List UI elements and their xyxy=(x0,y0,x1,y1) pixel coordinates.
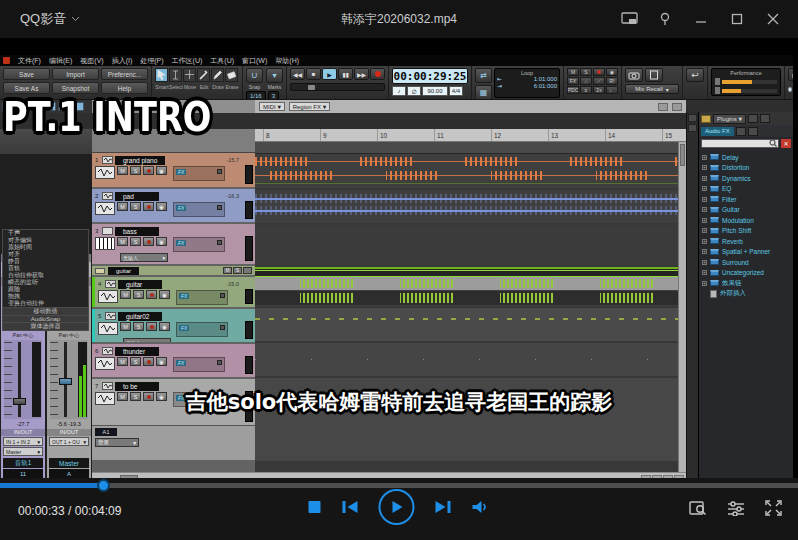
echo-button[interactable]: ◉ xyxy=(156,202,167,211)
marks-icon[interactable]: ▾ xyxy=(266,68,283,83)
waveform-icon[interactable] xyxy=(98,322,118,335)
context-menu-item[interactable]: 静音 xyxy=(3,258,88,265)
minimize-icon[interactable] xyxy=(690,8,712,30)
browser-view-icon[interactable] xyxy=(736,127,746,136)
echo-button[interactable]: ◉ xyxy=(159,322,170,331)
arm-button[interactable] xyxy=(143,166,154,175)
erase-tool-icon[interactable] xyxy=(225,68,238,82)
track-fx-bin[interactable]: FX xyxy=(176,290,228,305)
mix-met-button[interactable]: ♩ xyxy=(606,86,618,94)
context-menu-footer-item[interactable]: 移动数值 xyxy=(3,307,88,315)
mini-window-icon[interactable] xyxy=(618,8,640,30)
clear-search-icon[interactable]: ✕ xyxy=(781,139,791,148)
loop-end[interactable]: 6:01:000 xyxy=(534,83,557,90)
file-button[interactable]: Save xyxy=(3,68,50,80)
region-fx-dropdown[interactable]: Region FX▾ xyxy=(289,102,330,111)
pane-splitter[interactable] xyxy=(686,112,698,485)
track-name[interactable]: thunder xyxy=(115,347,159,356)
edit-tool-icon[interactable] xyxy=(197,68,210,82)
rewind-button[interactable]: ◀◀ xyxy=(290,68,305,80)
track-name[interactable]: bass xyxy=(115,227,159,236)
audio-fx-tab[interactable]: Audio FX xyxy=(701,127,734,136)
plugin-folder-item[interactable]: + Surround xyxy=(702,257,793,268)
arm-button[interactable] xyxy=(143,237,154,246)
document-icon[interactable] xyxy=(645,68,663,82)
plugin-folder-item[interactable]: + Distortion xyxy=(702,163,793,174)
context-menu-item[interactable]: 拖拽 xyxy=(3,293,88,300)
expand-icon[interactable]: + xyxy=(702,207,707,212)
mute-button[interactable]: M xyxy=(120,290,131,299)
context-menu-item[interactable]: 对齐 xyxy=(3,251,88,258)
plugin-folder-item[interactable]: + Spatial + Panner xyxy=(702,247,793,258)
expand-icon[interactable]: + xyxy=(702,186,707,191)
daw-menu-item[interactable]: 插入(I) xyxy=(112,56,133,66)
context-menu-item[interactable]: 干声 xyxy=(3,230,88,237)
expand-icon[interactable]: + xyxy=(702,228,707,233)
expand-icon[interactable]: + xyxy=(702,270,707,275)
mute-button[interactable]: M xyxy=(120,322,131,331)
clip-lane-guitar[interactable] xyxy=(255,276,686,306)
plugin-folder-item[interactable]: + Dynamics xyxy=(702,173,793,184)
expand-icon[interactable]: + xyxy=(702,281,707,286)
plugin-folder-item[interactable]: + Guitar xyxy=(702,205,793,216)
browser-notes-icon[interactable] xyxy=(748,114,758,123)
track-name[interactable]: guitar02 xyxy=(118,312,162,321)
mix-pdc-button[interactable]: PDC xyxy=(567,86,579,94)
snap-magnet-icon[interactable]: U xyxy=(246,68,263,83)
play-button[interactable] xyxy=(379,489,415,525)
track-name[interactable]: grand piano xyxy=(115,156,165,165)
mix-exclusive-button[interactable]: ≡ xyxy=(580,86,592,94)
export-dropdown[interactable]: 导出 ▾ xyxy=(788,68,793,81)
draw-tool-icon[interactable] xyxy=(211,68,224,82)
folder-track-guitar[interactable]: guitar M S xyxy=(92,266,255,275)
file-button[interactable]: Import xyxy=(52,68,99,80)
track-fx-bin[interactable]: FX xyxy=(173,166,225,181)
mute-button[interactable]: M xyxy=(117,166,128,175)
context-menu-footer-item[interactable]: AudioSnap xyxy=(3,315,88,323)
solo-button[interactable]: S xyxy=(130,202,141,211)
clip-lane-guitar02[interactable] xyxy=(255,308,686,341)
pin-icon[interactable] xyxy=(654,8,676,30)
clip-lane-folder-guitar[interactable] xyxy=(255,267,686,276)
context-menu-item[interactable]: 瞬态的监听 xyxy=(3,279,88,286)
track-header-guitar[interactable]: 4 guitar -15.0 M S ◉ FX xyxy=(92,277,255,307)
context-menu-item[interactable]: 变换自动拉伸 xyxy=(3,300,88,307)
fullscreen-icon[interactable] xyxy=(765,500,782,520)
mix-input-echo-button[interactable]: ⎍ xyxy=(580,77,592,85)
plugin-folder-item[interactable]: + Filter xyxy=(702,194,793,205)
view-option-icon[interactable] xyxy=(658,103,668,111)
plugin-folder-item[interactable]: + 效果链 xyxy=(702,278,793,289)
mix-dim-button[interactable]: ⟋ xyxy=(593,77,605,85)
loop-grid-icon[interactable]: ▦ xyxy=(475,85,492,100)
expand-icon[interactable]: + xyxy=(702,218,707,223)
mix-fx-button[interactable]: FX xyxy=(567,77,579,85)
folder-arm-button[interactable] xyxy=(243,267,252,274)
progress-bar[interactable] xyxy=(0,483,798,488)
piano-icon[interactable] xyxy=(95,237,115,250)
context-menu-item[interactable]: 对齐编辑 xyxy=(3,237,88,244)
solo-button[interactable]: S xyxy=(130,357,141,366)
expand-icon[interactable]: + xyxy=(702,165,707,170)
expand-icon[interactable]: + xyxy=(702,239,707,244)
mute-button[interactable]: M xyxy=(117,357,128,366)
automation-lane[interactable]: A1 音量▾ xyxy=(92,425,255,460)
track-name[interactable]: guitar xyxy=(118,280,162,289)
daw-menu-item[interactable]: 工作区(U) xyxy=(172,56,203,66)
daw-menu-item[interactable]: 文件(F) xyxy=(18,56,41,66)
daw-menu-item[interactable]: 工具(U) xyxy=(210,56,234,66)
expand-icon[interactable]: + xyxy=(702,176,707,181)
clip-lane-thunder[interactable] xyxy=(255,343,686,376)
stop-button[interactable] xyxy=(308,500,322,514)
tempo-value[interactable]: 90.00 xyxy=(422,86,448,96)
plugin-folder-item[interactable]: + EQ xyxy=(702,184,793,195)
echo-button[interactable]: ◉ xyxy=(156,237,167,246)
snap-extra[interactable]: 3 xyxy=(268,91,279,100)
stop-button[interactable]: ■ xyxy=(306,68,321,80)
clips-pane[interactable]: 89101112131415 xyxy=(255,129,686,472)
track-fx-bin[interactable]: FX xyxy=(173,357,225,372)
folder-solo-button[interactable]: S xyxy=(233,267,242,274)
mute-button[interactable]: M xyxy=(117,202,128,211)
plugin-folder-item[interactable]: + Delay xyxy=(702,152,793,163)
folder-name[interactable]: guitar xyxy=(108,267,139,275)
expand-icon[interactable]: + xyxy=(702,155,707,160)
